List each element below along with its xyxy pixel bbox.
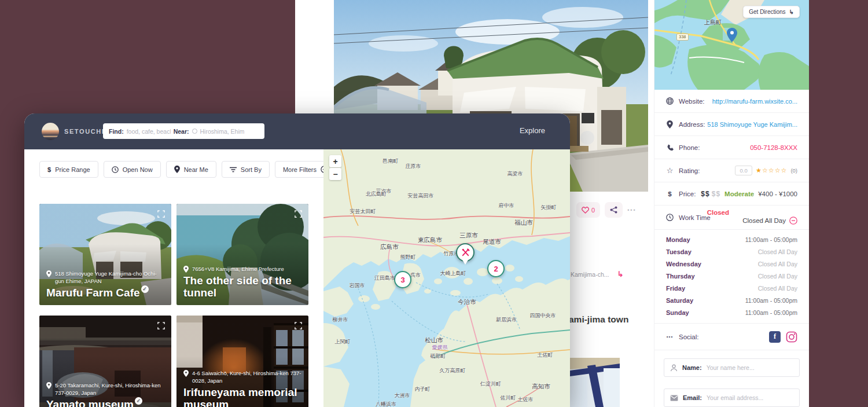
card-title: Marufu Farm Cafe✓ [46, 287, 165, 299]
price-label: Price: [679, 190, 696, 197]
listing-card-irifuneyama-museum[interactable]: 4-6 Saiwaichō, Kure-shi, Hiroshima-ken 7… [176, 316, 308, 407]
map-city-label: 広島市 [380, 243, 399, 251]
map-city-label: 三原市 [459, 232, 478, 240]
find-input[interactable] [127, 128, 171, 135]
instagram-icon[interactable] [786, 331, 797, 343]
dollar-icon: $ [666, 190, 674, 197]
schedule-hours: Closed All Day [758, 273, 797, 280]
rating-row: ☆ Rating: 0.0 ★☆☆☆☆ (0) [654, 159, 809, 182]
expand-icon[interactable] [157, 210, 165, 218]
schedule-hours: 11:00am - 05:00pm [745, 236, 797, 243]
filter-sort-by[interactable]: Sort By [222, 161, 270, 178]
schedule-row: ThursdayClosed All Day [666, 270, 797, 282]
route-badge: 338 [676, 34, 689, 41]
mini-map[interactable]: Get Directions ↳ 上島町 338 [654, 0, 809, 90]
share-button[interactable] [605, 202, 623, 218]
map-cluster-marker[interactable]: 3 [394, 271, 411, 288]
near-label: Near: [174, 128, 189, 135]
app-content: $ Price Range Open Now Near Me [24, 149, 570, 407]
map-city-label: 岩国市 [350, 282, 365, 289]
pin-icon [46, 270, 52, 277]
address-link[interactable]: 518 Shimoyuge Yuge Kamijim... [707, 121, 797, 128]
schedule-row: FridayClosed All Day [666, 282, 797, 294]
restaurant-pin-marker[interactable] [456, 243, 476, 263]
map-cluster-marker[interactable]: 2 [487, 260, 505, 277]
clock-icon [666, 214, 674, 221]
collapse-minus-icon[interactable] [789, 217, 797, 225]
globe-icon [666, 97, 674, 105]
rating-value-box[interactable]: 0.0 [735, 166, 752, 175]
price-dollars-inactive: $$ [712, 190, 720, 198]
map-city-label: 高知市 [532, 383, 550, 391]
map-city-label: 佐川町 [501, 394, 516, 402]
name-field[interactable]: Name: [664, 358, 800, 377]
rating-controls: 0.0 ★☆☆☆☆ (0) [735, 166, 797, 175]
map-city-label: 安芸太田町 [350, 208, 376, 215]
map-zoom-controls: + − [329, 155, 341, 180]
zoom-in-button[interactable]: + [329, 155, 341, 167]
name-label: Name: [682, 364, 702, 371]
expand-icon[interactable] [294, 321, 303, 330]
card-address: 5-20 Takaramachi, Kure-shi, Hiroshima-ke… [46, 382, 165, 397]
listing-card-marufu-farm-cafe[interactable]: 518 Shimoyuge Yuge Kamijima-cho Ochi-gun… [39, 204, 171, 305]
expand-icon[interactable] [294, 210, 303, 218]
schedule-day: Thursday [666, 273, 695, 280]
mini-map-town-label: 上島町 [704, 19, 722, 27]
map-city-label: 土佐町 [538, 351, 553, 359]
worktime-row: Work Time Closed Closed All Day [654, 206, 809, 230]
schedule-day: Tuesday [666, 248, 692, 255]
card-info: 7656+V8 Kamijima, Ehime Prefecture The o… [183, 265, 303, 299]
email-input[interactable] [707, 394, 793, 401]
dollar-icon: $ [47, 166, 51, 173]
main-map[interactable]: + − 庄原市三次市高梁市邑南町北広島町安芸高田市安芸太田町東広島市三原市尾道市… [323, 149, 570, 407]
zoom-out-button[interactable]: − [329, 168, 341, 180]
get-directions-button[interactable]: Get Directions ↳ [743, 6, 800, 18]
name-input[interactable] [707, 364, 793, 371]
like-button[interactable]: 0 [576, 202, 600, 218]
map-city-label: 呉市 [410, 272, 421, 279]
schedule-row: Monday11:00am - 05:00pm [666, 233, 797, 245]
email-label: Email: [683, 394, 702, 401]
listing-card-other-side-of-tunnel[interactable]: 7656+V8 Kamijima, Ehime Prefecture The o… [176, 204, 308, 305]
schedule-row: Sunday11:00am - 05:00pm [666, 306, 797, 318]
schedule-day: Friday [666, 285, 685, 292]
nav-explore[interactable]: Explore [520, 126, 545, 135]
schedule-day: Wednesday [666, 261, 701, 267]
screen: 0 ••• Kamijima-ch... ↳ ami-jima town [0, 0, 868, 407]
email-field[interactable]: Email: [664, 388, 800, 407]
filter-open-now[interactable]: Open Now [104, 161, 161, 178]
schedule-day: Sunday [666, 309, 689, 316]
price-values: $$ $$ Moderate ¥400 - ¥1000 [701, 190, 797, 198]
listing-card-yamato-museum[interactable]: 5-20 Takaramachi, Kure-shi, Hiroshima-ke… [39, 316, 171, 407]
detail-location-line: Kamijima-ch... ↳ [571, 270, 623, 278]
more-options-icon[interactable]: ••• [627, 207, 636, 213]
worktime-label-group: Work Time [666, 214, 711, 221]
social-label-group: ••• Social: [666, 333, 699, 340]
town-heading: ami-jima town [569, 314, 628, 325]
phone-value[interactable]: 050-7128-8XXX [750, 144, 797, 151]
filter-near-me[interactable]: Near Me [166, 161, 216, 178]
website-label-group: Website: [666, 97, 705, 105]
website-row: Website: http://marufu-farm.wixsite.co..… [654, 90, 809, 113]
rating-label: Rating: [679, 167, 700, 174]
directions-arrow-icon[interactable]: ↳ [617, 270, 624, 278]
card-info: 4-6 Saiwaichō, Kure-shi, Hiroshima-ken 7… [183, 369, 303, 407]
near-input[interactable] [200, 128, 244, 135]
detail-location-text: Kamijima-ch... [571, 271, 609, 278]
like-count: 0 [591, 207, 595, 214]
schedule-row: WednesdayClosed All Day [666, 258, 797, 270]
website-link[interactable]: http://marufu-farm.wixsite.co... [712, 98, 797, 105]
detail-sidebar: Get Directions ↳ 上島町 338 Website: http:/… [654, 0, 809, 407]
filter-price-range[interactable]: $ Price Range [39, 161, 98, 178]
map-city-label: 安芸高田市 [408, 192, 434, 200]
address-label: Address: [679, 121, 705, 128]
listings-panel: $ Price Range Open Now Near Me [24, 149, 323, 407]
person-icon [670, 364, 678, 372]
expand-icon[interactable] [157, 321, 165, 330]
map-city-label: 大洲市 [395, 392, 410, 399]
facebook-icon[interactable]: f [769, 331, 781, 343]
map-city-label: 四国中央市 [530, 312, 556, 320]
rating-stars[interactable]: ★☆☆☆☆ [756, 167, 787, 174]
heart-icon [582, 207, 589, 214]
card-title: The other side of the tunnel [183, 275, 303, 299]
